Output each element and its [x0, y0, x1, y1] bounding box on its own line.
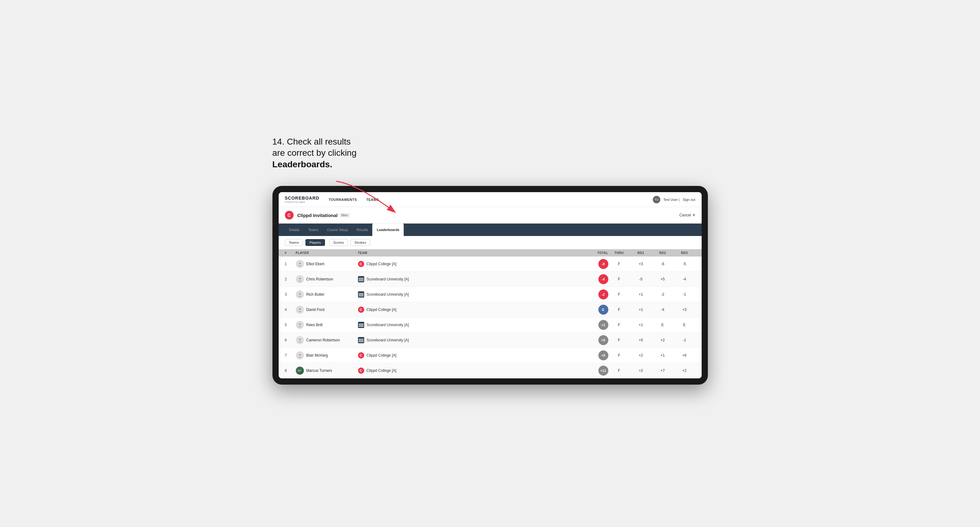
- table-row: 5 Rees Britt Scoreboard University [A] +…: [278, 317, 702, 333]
- thru-val: F: [608, 292, 630, 297]
- svg-point-2: [299, 278, 301, 279]
- row-number: 5: [285, 323, 296, 327]
- table-row: 7 Blair McHarg C Clippd College [A] +9 F…: [278, 348, 702, 363]
- team-cell: C Clippd College [A]: [358, 352, 580, 359]
- score-badge: -2: [598, 289, 608, 299]
- rd1-val: +1: [630, 308, 652, 312]
- rd3-val: +2: [674, 368, 695, 373]
- rd2-val: E: [652, 323, 674, 327]
- thru-val: F: [608, 308, 630, 312]
- rd1-val: -5: [630, 277, 652, 281]
- team-cell: Scoreboard University [A]: [358, 291, 580, 298]
- filter-scores[interactable]: Scores: [329, 239, 348, 246]
- filter-strokes[interactable]: Strokes: [350, 239, 370, 246]
- filter-bar: Teams Players Scores Strokes: [278, 236, 702, 249]
- rd1-val: +1: [630, 292, 652, 297]
- rd1-val: +2: [630, 353, 652, 357]
- player-avatar: [296, 336, 304, 344]
- team-name: Scoreboard University [A]: [367, 277, 409, 281]
- thru-val: F: [608, 277, 630, 281]
- total-cell: -2: [580, 289, 608, 299]
- tab-teams[interactable]: Teams: [304, 224, 323, 236]
- cancel-button[interactable]: Cancel ✕: [679, 213, 695, 217]
- col-num: #: [285, 251, 296, 255]
- rd2-val: +2: [652, 338, 674, 342]
- team-cell: C Clippd College [A]: [358, 368, 580, 374]
- col-rd3: RD3: [674, 251, 695, 255]
- tab-course-setup[interactable]: Course Setup: [323, 224, 352, 236]
- player-name: Marcus Turners: [306, 368, 332, 373]
- sign-out-link[interactable]: Sign out: [682, 198, 695, 202]
- player-name: Cameron Robertson: [306, 338, 340, 342]
- tab-details[interactable]: Details: [285, 224, 304, 236]
- table-row: 4 David Ford C Clippd College [A] E F +1…: [278, 302, 702, 317]
- thru-val: F: [608, 323, 630, 327]
- filter-players[interactable]: Players: [305, 239, 325, 246]
- filter-teams[interactable]: Teams: [285, 239, 303, 246]
- svg-point-6: [299, 338, 301, 340]
- team-name: Clippd College [A]: [367, 262, 396, 266]
- player-avatar: [296, 290, 304, 298]
- player-name: Elliot Ebert: [306, 262, 325, 266]
- team-logo-clippd: C: [358, 368, 364, 374]
- team-logo-sb: [358, 276, 364, 282]
- col-rd2: RD2: [652, 251, 674, 255]
- row-number: 6: [285, 338, 296, 342]
- rd3-val: +3: [674, 308, 695, 312]
- score-badge: +9: [598, 351, 608, 360]
- tab-leaderboards[interactable]: Leaderboards: [372, 224, 404, 236]
- thru-val: F: [608, 262, 630, 266]
- rd1-val: +2: [630, 368, 652, 373]
- team-name: Clippd College [A]: [367, 368, 396, 373]
- player-cell: Rees Britt: [296, 321, 358, 329]
- svg-point-4: [299, 308, 301, 310]
- col-player: PLAYER: [296, 251, 358, 255]
- sub-nav: Details Teams Course Setup Results Leade…: [278, 224, 702, 236]
- team-logo-sb: [358, 337, 364, 343]
- player-cell: Blair McHarg: [296, 351, 358, 359]
- rd3-val: -4: [674, 277, 695, 281]
- total-cell: +9: [580, 351, 608, 360]
- team-cell: Scoreboard University [A]: [358, 322, 580, 328]
- rd2-val: +5: [652, 277, 674, 281]
- player-cell: Rich Butler: [296, 290, 358, 298]
- score-badge: E: [598, 305, 608, 315]
- team-logo-clippd: C: [358, 352, 364, 359]
- nav-right: TU Test User | Sign out: [653, 196, 695, 203]
- rd1-val: +1: [630, 323, 652, 327]
- svg-point-5: [299, 323, 301, 325]
- rd3-val: -1: [674, 338, 695, 342]
- player-name: David Ford: [306, 308, 325, 312]
- team-name: Scoreboard University [A]: [367, 323, 409, 327]
- total-cell: -4: [580, 274, 608, 284]
- rd2-val: +7: [652, 368, 674, 373]
- team-cell: Scoreboard University [A]: [358, 337, 580, 343]
- table-row: 6 Cameron Robertson Scoreboard Universit…: [278, 333, 702, 348]
- rd2-val: -6: [652, 262, 674, 266]
- svg-point-3: [299, 293, 301, 295]
- logo-area: SCOREBOARD Powered by clippd: [285, 195, 320, 203]
- annotation-arrow: [333, 178, 414, 223]
- rd3-val: E: [674, 323, 695, 327]
- player-avatar: [296, 306, 304, 314]
- team-name: Scoreboard University [A]: [367, 292, 409, 297]
- instruction-line1: 14. Check all results: [272, 137, 351, 146]
- tab-results[interactable]: Results: [352, 224, 372, 236]
- total-cell: E: [580, 305, 608, 315]
- user-name: Test User |: [663, 198, 679, 202]
- score-badge: +1: [598, 320, 608, 330]
- team-cell: Scoreboard University [A]: [358, 276, 580, 282]
- total-cell: +6: [580, 335, 608, 345]
- svg-point-7: [299, 354, 301, 356]
- player-cell: Chris Robertson: [296, 275, 358, 283]
- team-logo-sb: [358, 291, 364, 298]
- rd3-val: +6: [674, 353, 695, 357]
- player-avatar: [296, 260, 304, 268]
- col-total: TOTAL: [580, 251, 608, 255]
- user-avatar: TU: [653, 196, 660, 203]
- table-body: 1 Elliot Ebert C Clippd College [A] -8 F…: [278, 257, 702, 378]
- table-row: 1 Elliot Ebert C Clippd College [A] -8 F…: [278, 257, 702, 272]
- logo-sub: Powered by clippd: [285, 200, 320, 203]
- row-number: 8: [285, 368, 296, 373]
- player-cell: MT Marcus Turners: [296, 367, 358, 375]
